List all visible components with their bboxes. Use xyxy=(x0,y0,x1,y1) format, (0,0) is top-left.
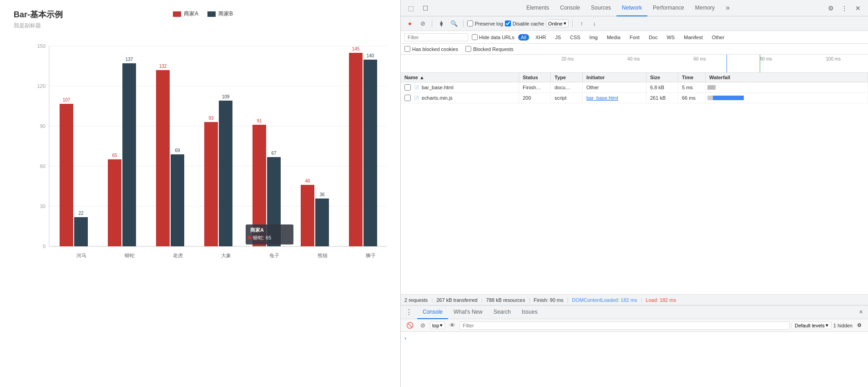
console-settings-icon[interactable]: ⚙ xyxy=(854,321,864,331)
chart-tooltip: 商家A 蟒蛇: 65 xyxy=(246,224,293,244)
console-clear-icon[interactable]: 🚫 xyxy=(404,320,415,331)
table-row[interactable]: 📄 bar_base.html Finish… docu… Other 6.8 … xyxy=(401,82,868,93)
tab-more[interactable]: » xyxy=(720,0,735,16)
blocked-cookies-input[interactable] xyxy=(404,46,410,52)
record-button[interactable]: ● xyxy=(404,18,415,29)
td-waterfall-1 xyxy=(706,93,868,102)
close-devtools-icon[interactable]: ✕ xyxy=(852,2,864,15)
throttling-select[interactable]: Online ▾ xyxy=(546,20,569,27)
console-tab-search[interactable]: Search xyxy=(488,306,516,319)
console-tab-console[interactable]: Console xyxy=(417,306,448,319)
console-content: › xyxy=(401,332,868,387)
filter-input[interactable] xyxy=(404,33,468,41)
toolbar-sep-3 xyxy=(572,20,573,27)
filter-button[interactable]: ⧫ xyxy=(436,18,447,29)
filter-ws-button[interactable]: WS xyxy=(664,34,677,41)
more-options-icon[interactable]: ⋮ xyxy=(838,2,851,15)
svg-text:69: 69 xyxy=(175,148,180,153)
bar-b-5 xyxy=(315,199,329,246)
th-type[interactable]: Type xyxy=(551,73,583,82)
filter-media-button[interactable]: Media xyxy=(604,34,623,41)
filter-js-button[interactable]: JS xyxy=(552,34,564,41)
default-levels-button[interactable]: Default levels ▾ xyxy=(792,321,832,329)
chart-area: Bar-基本示例 我是副标题 商家A 商家B 150 120 90 60 30 … xyxy=(0,0,400,387)
svg-text:兔子: 兔子 xyxy=(269,253,279,258)
stop-button[interactable]: ⊘ xyxy=(417,18,428,29)
filter-manifest-button[interactable]: Manifest xyxy=(681,34,706,41)
console-stop-icon[interactable]: ⊘ xyxy=(417,320,428,331)
filter-font-button[interactable]: Font xyxy=(627,34,642,41)
search-button[interactable]: 🔍 xyxy=(449,18,459,29)
console-tab-whats-new[interactable]: What's New xyxy=(448,306,488,319)
console-menu-icon[interactable]: ⋮ xyxy=(403,306,415,319)
disable-cache-input[interactable] xyxy=(505,20,511,26)
filter-xhr-button[interactable]: XHR xyxy=(533,34,549,41)
settings-icon[interactable]: ⚙ xyxy=(824,2,837,15)
td-initiator-0: Other xyxy=(583,83,646,92)
svg-text:蟒蛇: 65: 蟒蛇: 65 xyxy=(253,235,271,240)
devtools-icon-group: ⬚ ☐ xyxy=(404,2,432,15)
network-table: Name ▲ Status Type Initiator Size Time W… xyxy=(401,73,868,294)
table-row[interactable]: 📄 echarts.min.js 200 script bar_base.htm… xyxy=(401,93,868,103)
console-filter-input[interactable] xyxy=(459,321,789,330)
filter-all-button[interactable]: All xyxy=(518,34,529,41)
hide-data-urls-checkbox[interactable]: Hide data URLs xyxy=(472,34,515,40)
device-icon[interactable]: ☐ xyxy=(419,2,432,15)
hidden-count-label: 1 hidden xyxy=(833,323,853,328)
bar-a-2 xyxy=(156,70,170,246)
import-icon[interactable]: ↑ xyxy=(576,18,587,29)
export-icon[interactable]: ↓ xyxy=(589,18,600,29)
svg-text:145: 145 xyxy=(352,46,360,51)
td-name-0: 📄 bar_base.html xyxy=(401,82,519,92)
throttling-label: Online xyxy=(548,21,563,26)
td-size-0: 6.8 kB xyxy=(646,83,678,92)
th-waterfall[interactable]: Waterfall xyxy=(706,73,868,82)
filter-img-button[interactable]: Img xyxy=(587,34,601,41)
hide-data-urls-input[interactable] xyxy=(472,34,478,40)
tab-performance[interactable]: Performance xyxy=(647,0,690,16)
legend-color-b xyxy=(207,11,216,17)
blocked-cookies-label: Has blocked cookies xyxy=(412,46,458,52)
th-size[interactable]: Size xyxy=(646,73,678,82)
preserve-log-label: Preserve log xyxy=(475,21,503,26)
th-status[interactable]: Status xyxy=(519,73,551,82)
chart-container: 150 120 90 60 30 0 107 22 河马 xyxy=(14,34,387,277)
blocked-requests-checkbox[interactable]: Blocked Requests xyxy=(465,46,514,52)
svg-text:60: 60 xyxy=(40,163,45,169)
initiator-link-1[interactable]: bar_base.html xyxy=(586,95,618,101)
disable-cache-checkbox[interactable]: Disable cache xyxy=(505,20,544,26)
row-checkbox-0[interactable] xyxy=(404,84,411,91)
preserve-log-input[interactable] xyxy=(467,20,473,26)
blocked-requests-input[interactable] xyxy=(465,46,471,52)
row-checkbox-1[interactable] xyxy=(404,95,411,101)
close-console-button[interactable]: ✕ xyxy=(855,307,866,318)
devtools-settings-icons: ⚙ ⋮ ✕ xyxy=(824,2,864,15)
bar-a-3 xyxy=(204,122,218,246)
preserve-log-checkbox[interactable]: Preserve log xyxy=(467,20,503,26)
blocked-cookies-checkbox[interactable]: Has blocked cookies xyxy=(404,46,458,52)
context-select[interactable]: top ▾ xyxy=(430,321,445,329)
filter-other-button[interactable]: Other xyxy=(709,34,727,41)
td-initiator-1[interactable]: bar_base.html xyxy=(583,93,646,102)
th-time[interactable]: Time xyxy=(678,73,706,82)
filter-doc-button[interactable]: Doc xyxy=(646,34,661,41)
tab-memory[interactable]: Memory xyxy=(690,0,720,16)
console-eye-icon[interactable]: 👁 xyxy=(447,320,458,331)
svg-text:65: 65 xyxy=(112,153,117,158)
status-requests: 2 requests xyxy=(404,297,428,303)
console-prompt: › xyxy=(404,335,406,341)
th-name[interactable]: Name ▲ xyxy=(401,73,519,82)
tab-elements[interactable]: Elements xyxy=(521,0,555,16)
console-tab-issues[interactable]: Issues xyxy=(516,306,543,319)
status-resources: 788 kB resources xyxy=(486,297,525,303)
filter-css-button[interactable]: CSS xyxy=(567,34,583,41)
tab-network[interactable]: Network xyxy=(616,0,647,16)
td-filename-0: bar_base.html xyxy=(422,85,454,90)
svg-text:140: 140 xyxy=(367,53,374,58)
tab-console[interactable]: Console xyxy=(555,0,585,16)
legend-label-a: 商家A xyxy=(184,10,198,18)
tab-sources[interactable]: Sources xyxy=(585,0,616,16)
th-initiator[interactable]: Initiator xyxy=(583,73,646,82)
inspect-icon[interactable]: ⬚ xyxy=(404,2,417,15)
td-filename-1: echarts.min.js xyxy=(422,95,453,101)
